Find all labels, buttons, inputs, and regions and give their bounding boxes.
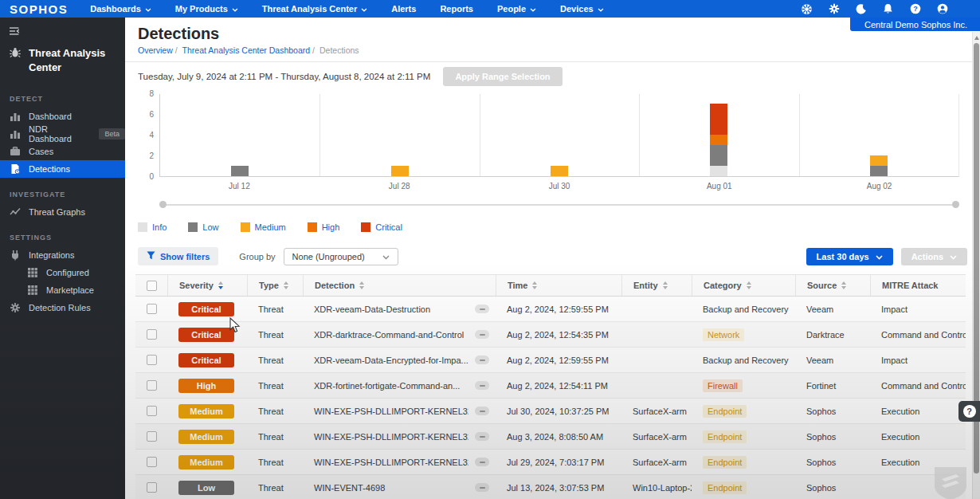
chart-range-slider[interactable] xyxy=(159,201,959,209)
detection-more-icon[interactable] xyxy=(475,305,489,313)
table-row[interactable]: Medium Threat WIN-EXE-PSH-DLLIMPORT-KERN… xyxy=(135,450,966,475)
top-nav-item-my-products[interactable]: My Products xyxy=(175,4,238,14)
entity-cell[interactable]: SurfaceX-arm xyxy=(621,407,692,416)
column-header-time[interactable]: Time xyxy=(496,275,621,296)
help-widget-tab[interactable]: ? xyxy=(958,401,980,422)
dark-mode-icon[interactable] xyxy=(855,3,867,15)
account-icon[interactable] xyxy=(936,3,948,15)
tenant-name-tab[interactable]: Central Demo Sophos Inc. xyxy=(850,18,980,31)
sidebar-item-detection-rules[interactable]: Detection Rules xyxy=(0,299,125,316)
severity-badge[interactable]: Critical xyxy=(178,302,234,316)
actions-dropdown-button[interactable]: Actions xyxy=(901,248,967,265)
breadcrumb-item[interactable]: Overview xyxy=(138,45,173,55)
row-checkbox[interactable] xyxy=(147,329,157,340)
detection-more-icon[interactable] xyxy=(475,458,489,466)
detection-cell[interactable]: WIN-EVENT-4698 xyxy=(303,483,468,493)
sidebar-item-cases[interactable]: Cases xyxy=(0,143,125,160)
severity-badge[interactable]: Critical xyxy=(178,353,234,367)
chart-bar-aug-01[interactable] xyxy=(710,104,727,176)
entity-cell[interactable]: SurfaceX-arm xyxy=(621,432,692,442)
sort-icon[interactable] xyxy=(532,281,537,289)
date-range-dropdown-button[interactable]: Last 30 days xyxy=(806,248,893,265)
vertical-scrollbar[interactable] xyxy=(972,32,980,499)
sidebar-item-detections[interactable]: Detections xyxy=(0,160,125,178)
severity-badge[interactable]: Low xyxy=(178,481,234,495)
chart-bar-aug-02[interactable] xyxy=(870,155,888,176)
column-header-detection[interactable]: Detection xyxy=(303,275,496,296)
sidebar-item-threat-graphs[interactable]: Threat Graphs xyxy=(0,203,125,221)
sort-icon[interactable] xyxy=(747,281,751,289)
table-row[interactable]: Low Threat WIN-EVENT-4698 Jul 13, 2024, … xyxy=(135,475,966,499)
table-row[interactable]: Medium Threat WIN-EXE-PSH-DLLIMPORT-KERN… xyxy=(135,424,966,450)
detection-more-icon[interactable] xyxy=(475,381,489,390)
severity-badge[interactable]: High xyxy=(178,379,234,393)
chart-bar-jul-28[interactable] xyxy=(391,166,409,176)
top-nav-item-alerts[interactable]: Alerts xyxy=(391,4,416,14)
row-checkbox[interactable] xyxy=(147,355,157,365)
scrollbar-up-arrow-icon[interactable] xyxy=(974,36,979,40)
detection-cell[interactable]: XDR-fortinet-fortigate-Command-an... xyxy=(303,381,468,391)
top-nav-item-people[interactable]: People xyxy=(497,4,536,14)
gear-icon[interactable] xyxy=(828,3,840,15)
chart-bar-jul-12[interactable] xyxy=(231,166,249,176)
chart-bar-jul-30[interactable] xyxy=(551,166,568,176)
sophos-logo[interactable]: SOPHOS xyxy=(10,2,68,16)
sidebar-item-integrations[interactable]: Integrations xyxy=(0,246,125,264)
apply-range-selection-button[interactable]: Apply Range Selection xyxy=(443,67,562,86)
sidebar-item-dashboard[interactable]: Dashboard xyxy=(0,108,125,125)
column-header-entity[interactable]: Entity xyxy=(621,275,692,296)
top-nav-item-devices[interactable]: Devices xyxy=(560,4,604,14)
detection-more-icon[interactable] xyxy=(475,407,489,415)
column-header-source[interactable]: Source xyxy=(795,275,870,296)
select-all-checkbox[interactable] xyxy=(147,281,157,291)
legend-item-low[interactable]: Low xyxy=(188,222,218,232)
legend-item-medium[interactable]: Medium xyxy=(241,222,286,232)
help-icon[interactable]: ? xyxy=(909,3,921,15)
row-checkbox[interactable] xyxy=(147,380,157,391)
detection-more-icon[interactable] xyxy=(475,432,489,441)
column-header-mitre-attack[interactable]: MITRE Attack xyxy=(870,275,966,296)
detection-cell[interactable]: XDR-veeam-Data-Encrypted-for-Impa... xyxy=(303,356,468,365)
table-row[interactable]: High Threat XDR-fortinet-fortigate-Comma… xyxy=(135,373,966,399)
severity-badge[interactable]: Medium xyxy=(178,404,234,418)
detection-cell[interactable]: WIN-EXE-PSH-DLLIMPORT-KERNEL32-1 xyxy=(303,432,468,442)
slider-handle-right[interactable] xyxy=(952,201,959,208)
top-nav-item-dashboards[interactable]: Dashboards xyxy=(90,4,151,14)
sort-icon[interactable] xyxy=(218,281,223,289)
table-row[interactable]: Medium Threat WIN-EXE-PSH-DLLIMPORT-KERN… xyxy=(135,399,966,424)
severity-badge[interactable]: Medium xyxy=(178,455,234,470)
row-checkbox[interactable] xyxy=(147,457,157,467)
row-checkbox[interactable] xyxy=(147,406,157,416)
table-row[interactable]: Critical Threat XDR-veeam-Data-Encrypted… xyxy=(135,348,966,373)
severity-badge[interactable]: Medium xyxy=(178,430,234,444)
row-checkbox[interactable] xyxy=(147,431,157,442)
sort-icon[interactable] xyxy=(841,281,846,289)
row-checkbox[interactable] xyxy=(147,304,157,314)
notifications-icon[interactable] xyxy=(882,3,894,15)
detection-more-icon[interactable] xyxy=(475,330,489,339)
sort-icon[interactable] xyxy=(663,281,668,289)
sort-icon[interactable] xyxy=(284,281,288,289)
detection-more-icon[interactable] xyxy=(475,483,489,492)
sidebar-item-marketplace[interactable]: Marketplace xyxy=(0,281,125,299)
entity-cell[interactable]: SurfaceX-arm xyxy=(621,458,692,467)
sidebar-item-configured[interactable]: Configured xyxy=(0,264,125,281)
detection-cell[interactable]: XDR-darktrace-Command-and-Control xyxy=(303,330,468,340)
slider-track[interactable] xyxy=(166,204,953,206)
sidebar-item-ndr-dashboard[interactable]: NDR Dashboard Beta xyxy=(0,125,125,143)
breadcrumb-item[interactable]: Threat Analysis Center Dashboard xyxy=(182,45,311,55)
apps-health-icon[interactable] xyxy=(801,3,813,15)
severity-badge[interactable]: Critical xyxy=(178,328,234,342)
slider-handle-left[interactable] xyxy=(159,201,167,208)
row-checkbox[interactable] xyxy=(147,482,157,493)
legend-item-high[interactable]: High xyxy=(308,222,340,232)
detection-cell[interactable]: XDR-veeam-Data-Destruction xyxy=(303,305,468,314)
table-row[interactable]: Critical Threat XDR-darktrace-Command-an… xyxy=(135,322,966,348)
group-by-select[interactable]: None (Ungrouped) xyxy=(284,248,398,265)
column-header-type[interactable]: Type xyxy=(247,275,303,296)
column-header-severity[interactable]: Severity xyxy=(167,275,247,296)
show-filters-button[interactable]: Show filters xyxy=(138,247,218,265)
detection-cell[interactable]: WIN-EXE-PSH-DLLIMPORT-KERNEL32-1 xyxy=(303,458,468,467)
top-nav-item-threat-analysis-center[interactable]: Threat Analysis Center xyxy=(262,4,367,14)
table-row[interactable]: Critical Threat XDR-veeam-Data-Destructi… xyxy=(135,297,966,322)
